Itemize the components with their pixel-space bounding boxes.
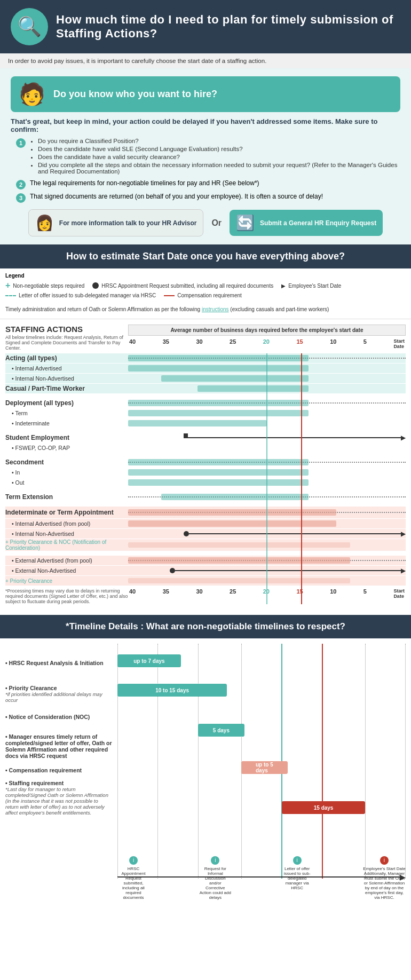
indet-int-adv-label: • Internal Advertised (from pool) [5, 520, 128, 527]
acting-heading-row: Acting (all types) [5, 353, 406, 363]
detail-staffing-title: • Staffing requirement [5, 780, 112, 786]
student-bar: ▶ [128, 433, 406, 442]
secondment-in-bar [128, 468, 406, 477]
num-40: 40 [129, 338, 136, 349]
check-item-2: 2 The legal requirements for non-negotia… [16, 179, 400, 189]
student-label: Student Employment [5, 434, 128, 441]
secondment-heading-row: Secondment [5, 457, 406, 467]
bar-priority-noc [128, 542, 350, 548]
secondment-in-label: • In [5, 469, 128, 476]
gap-4 [5, 488, 406, 492]
footer-letter-text: Letter of offer issued to sub-delegated … [281, 866, 313, 890]
b-num-start: StartDate [393, 588, 405, 599]
ext-line [175, 570, 401, 571]
bar-noc: 5 days [198, 724, 244, 737]
subtitle-bar: In order to avoid pay issues, it is impo… [0, 53, 411, 68]
footer-request-text: Request for Informal Discussion and/or C… [199, 866, 231, 900]
bar-term [128, 410, 309, 416]
item-2-text: The legal requirements for non-negotiabl… [30, 179, 259, 187]
bar-indet-head [128, 509, 336, 516]
detail-noc: • Notice of Consideration (NOC) [5, 714, 112, 720]
footer-icon-labels: i HRSC Appointment Request submitted, in… [117, 856, 406, 900]
b-num-25: 25 [230, 588, 236, 599]
bar-priority-detail: 10 to 15 days [117, 684, 227, 697]
or-label: Or [211, 218, 222, 228]
num-10: 10 [330, 338, 336, 349]
bar-compensation: 15 days [282, 801, 366, 814]
deployment-term-bar [128, 409, 406, 417]
dot-dark-icon [92, 282, 99, 289]
advisor-row: 👩 For more information talk to your HR A… [11, 209, 400, 236]
priority-clearance-noc-label: + Priority Clearance & NOC (Notification… [5, 539, 128, 551]
secondment-label: Secondment [5, 459, 128, 466]
info-circle-2: i [211, 856, 219, 865]
ext-adv-bar [128, 556, 406, 565]
timeline-details-header: *Timeline Details : What are non-negotia… [0, 615, 411, 638]
indet-heading-label: Indeterminate or Term Appointment [5, 509, 128, 516]
chart-container: Acting (all types) • Internal Advertised… [5, 353, 406, 604]
dash-red-icon [164, 295, 175, 296]
b-num-20: 20 [263, 588, 270, 599]
deployment-term-row: • Term [5, 408, 406, 418]
indet-arrow: ▶ [184, 530, 406, 538]
secondment-bar [128, 458, 406, 467]
ext-arrow: ▶ [170, 567, 406, 574]
dl-red [322, 644, 323, 879]
person-icon: 🧑 [19, 82, 45, 107]
priority-noc-bar [128, 541, 406, 549]
detail-manager-title: • Manager ensures timely return of compl… [5, 733, 112, 759]
student-arrow-line [184, 437, 401, 438]
legend-arrow-text: Employee's Start Date [288, 283, 341, 289]
b-num-10: 10 [330, 588, 336, 599]
detail-priority: • Priority Clearance *if priorities iden… [5, 685, 112, 703]
ext-priority-row: + Priority Clearance [5, 576, 406, 586]
num-15: 15 [296, 338, 303, 349]
ext-adv-row: • External Advertised (from pool) [5, 556, 406, 565]
bottom-numbers-right: 40 35 30 25 20 15 10 5 StartDate [128, 588, 406, 604]
acting-int-nonadv-label: • Internal Non-Advertised [5, 375, 128, 382]
bottom-timeline-numbers: 40 35 30 25 20 15 10 5 StartDate [128, 588, 406, 599]
detail-staffing: • Staffing requirement *Last day for man… [5, 780, 112, 816]
footer-request-icon: i Request for Informal Discussion and/or… [199, 856, 231, 900]
deployment-heading-row: Deployment (all types) [5, 398, 406, 408]
dash-green-icon [5, 295, 16, 296]
know-who-question: Do you know who you want to hire? [53, 89, 217, 100]
legend-dash-red-item: Compensation requirement [164, 293, 242, 298]
check-list: 1 Do you require a Classified Position? … [16, 138, 400, 203]
bar-second [128, 459, 309, 465]
footer-hrsc-text: HRSC Appointment Request submitted, incl… [117, 866, 149, 900]
bottom-numbers-row: *Processing times may vary due to delays… [5, 588, 406, 604]
student-sub-label: • FSWEP, CO-OP, RAP [5, 445, 128, 451]
casual-label: Casual / Part-Time Worker [5, 385, 128, 392]
bar-indet-adv [128, 520, 336, 527]
dl-4 [365, 644, 366, 879]
bullet-1-3: Does the candidate have a valid security… [38, 154, 400, 160]
badge-1: 1 [16, 138, 26, 148]
bar-ext-adv [128, 557, 350, 564]
casual-bar [128, 384, 406, 393]
legend-dash-red-text: Compensation requirement [177, 293, 242, 298]
acting-bar-area [128, 354, 406, 362]
ext-nonadv-label: • External Non-Advertised [5, 567, 128, 574]
bar-priority [128, 578, 350, 583]
legend-dash-green-text: Letter of offer issued to sub-delegated … [19, 293, 156, 298]
num-30: 30 [196, 338, 202, 349]
check-item-3: 3 That signed documents are returned (on… [16, 193, 400, 203]
bar-in [128, 469, 309, 476]
bar-out [128, 479, 309, 486]
submit-label: Submit a General HR Enquiry Request [260, 219, 376, 227]
dl-2 [198, 644, 199, 879]
detail-comp-title: • Compensation requirement [5, 767, 112, 773]
confirm-text: That's great, but keep in mind, your act… [11, 117, 400, 133]
item-1-content: Do you require a Classified Position? Do… [30, 138, 400, 176]
ext-arrow-head: ▶ [401, 567, 406, 574]
bar-manager: up to 5days [241, 761, 287, 774]
chart-section: STAFFING ACTIONS All below timelines inc… [0, 319, 411, 610]
legend-info-item: Timely administration and return of Oath… [5, 306, 329, 312]
bar-indet [128, 420, 267, 426]
indet-int-nonadv-row: • Internal Non-Advertised ▶ [5, 529, 406, 539]
submit-button[interactable]: 🔄 Submit a General HR Enquiry Request [230, 210, 383, 236]
term-ext-label: Term Extension [5, 493, 128, 501]
deployment-indet-label: • Indeterminate [5, 420, 128, 426]
hr-advisor-button[interactable]: 👩 For more information talk to your HR A… [28, 209, 204, 236]
